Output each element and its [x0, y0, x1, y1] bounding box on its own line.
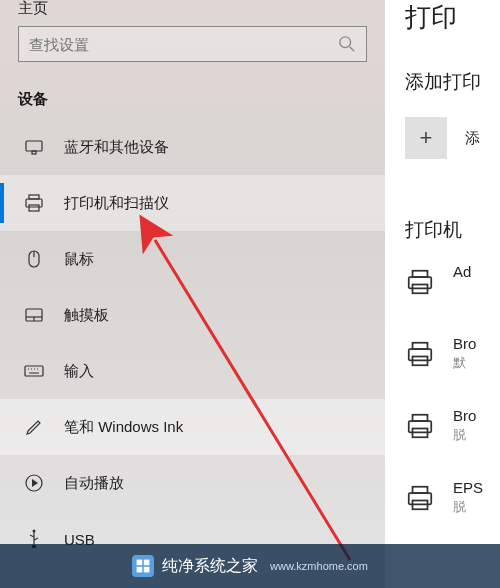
section-title-devices: 设备 [0, 62, 385, 119]
svg-rect-4 [29, 195, 39, 199]
bluetooth-icon [24, 137, 44, 157]
printer-status: 默 [453, 354, 476, 372]
svg-rect-37 [144, 560, 150, 566]
svg-rect-36 [137, 560, 143, 566]
svg-rect-23 [413, 271, 428, 277]
printer-list: Ad Bro 默 Bro 脱 [405, 263, 500, 551]
mouse-icon [24, 249, 44, 269]
sidebar-item-label: 触摸板 [64, 306, 109, 325]
watermark-logo-icon [132, 555, 154, 577]
sidebar-item-label: 蓝牙和其他设备 [64, 138, 169, 157]
svg-rect-6 [29, 205, 39, 211]
watermark: 纯净系统之家 www.kzmhome.com [0, 544, 500, 588]
svg-rect-12 [25, 366, 43, 376]
svg-rect-2 [26, 141, 42, 151]
printer-icon [24, 193, 44, 213]
add-printer-label: 添 [465, 129, 480, 148]
watermark-url: www.kzmhome.com [270, 560, 368, 572]
printer-item[interactable]: Bro 脱 [405, 407, 500, 479]
watermark-text: 纯净系统之家 [162, 556, 258, 577]
sidebar-item-label: 自动播放 [64, 474, 124, 493]
printer-icon [405, 339, 435, 369]
sidebar-item-printers[interactable]: 打印机和扫描仪 [0, 175, 385, 231]
sidebar-item-autoplay[interactable]: 自动播放 [0, 455, 385, 511]
plus-icon: + [405, 117, 447, 159]
printer-item[interactable]: Bro 默 [405, 335, 500, 407]
sidebar-nav: 蓝牙和其他设备 打印机和扫描仪 鼠标 触摸板 [0, 119, 385, 567]
svg-rect-29 [413, 415, 428, 421]
sidebar-item-typing[interactable]: 输入 [0, 343, 385, 399]
svg-point-21 [33, 530, 36, 533]
printer-name: Ad [453, 263, 471, 280]
pen-icon [24, 417, 44, 437]
printer-name: EPS [453, 479, 483, 496]
sidebar-item-pen[interactable]: 笔和 Windows Ink [0, 399, 385, 455]
sidebar-item-bluetooth[interactable]: 蓝牙和其他设备 [0, 119, 385, 175]
search-icon [338, 35, 356, 53]
svg-rect-26 [413, 343, 428, 349]
touchpad-icon [24, 305, 44, 325]
sidebar-item-mouse[interactable]: 鼠标 [0, 231, 385, 287]
svg-rect-39 [144, 567, 150, 573]
page-title: 打印 [405, 0, 500, 35]
autoplay-icon [24, 473, 44, 493]
sidebar-item-label: 输入 [64, 362, 94, 381]
printer-icon [405, 411, 435, 441]
search-input[interactable] [29, 36, 338, 53]
svg-line-1 [350, 47, 355, 52]
svg-point-0 [340, 37, 351, 48]
printer-item[interactable]: Ad [405, 263, 500, 335]
add-printer-row[interactable]: + 添 [405, 117, 500, 159]
printer-name: Bro [453, 407, 476, 424]
section-printers-title: 打印机 [405, 217, 500, 243]
home-row[interactable]: 主页 [0, 0, 385, 16]
sidebar-item-label: 打印机和扫描仪 [64, 194, 169, 213]
svg-rect-38 [137, 567, 143, 573]
svg-rect-3 [32, 151, 36, 154]
svg-marker-19 [32, 479, 38, 487]
settings-sidebar: 主页 设备 蓝牙和其他设备 打印机和扫描仪 [0, 0, 385, 588]
printer-icon [405, 267, 435, 297]
printer-status: 脱 [453, 498, 483, 516]
printer-name: Bro [453, 335, 476, 352]
printer-icon [405, 483, 435, 513]
printer-status: 脱 [453, 426, 476, 444]
sidebar-item-label: 鼠标 [64, 250, 94, 269]
search-box[interactable] [18, 26, 367, 62]
home-label: 主页 [18, 0, 48, 18]
section-add-title: 添加打印 [405, 69, 500, 95]
main-panel: 打印 添加打印 + 添 打印机 Ad Bro [385, 0, 500, 588]
printer-item[interactable]: EPS 脱 [405, 479, 500, 551]
svg-rect-32 [413, 487, 428, 493]
sidebar-item-label: 笔和 Windows Ink [64, 418, 183, 437]
sidebar-item-touchpad[interactable]: 触摸板 [0, 287, 385, 343]
keyboard-icon [24, 361, 44, 381]
